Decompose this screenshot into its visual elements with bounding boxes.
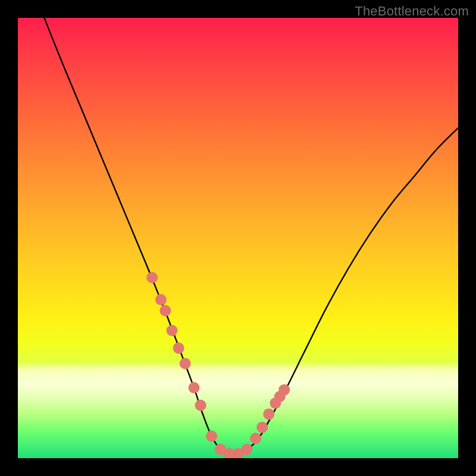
- data-marker: [167, 325, 178, 336]
- data-marker: [241, 444, 252, 455]
- data-marker: [278, 384, 290, 396]
- bottleneck-curve: [44, 18, 458, 455]
- marker-group: [146, 272, 290, 458]
- data-marker: [180, 358, 191, 369]
- plot-area: [18, 18, 458, 458]
- data-marker: [173, 343, 184, 354]
- data-marker: [155, 294, 167, 305]
- curve-svg: [18, 18, 458, 458]
- data-marker: [159, 305, 171, 317]
- watermark-text: TheBottleneck.com: [355, 4, 469, 19]
- data-marker: [263, 409, 274, 420]
- data-marker: [256, 422, 268, 433]
- data-marker: [189, 382, 200, 393]
- data-marker: [250, 433, 261, 444]
- data-marker: [195, 400, 206, 411]
- chart-frame: TheBottleneck.com: [0, 0, 476, 476]
- data-marker: [206, 431, 217, 442]
- data-marker: [146, 272, 158, 283]
